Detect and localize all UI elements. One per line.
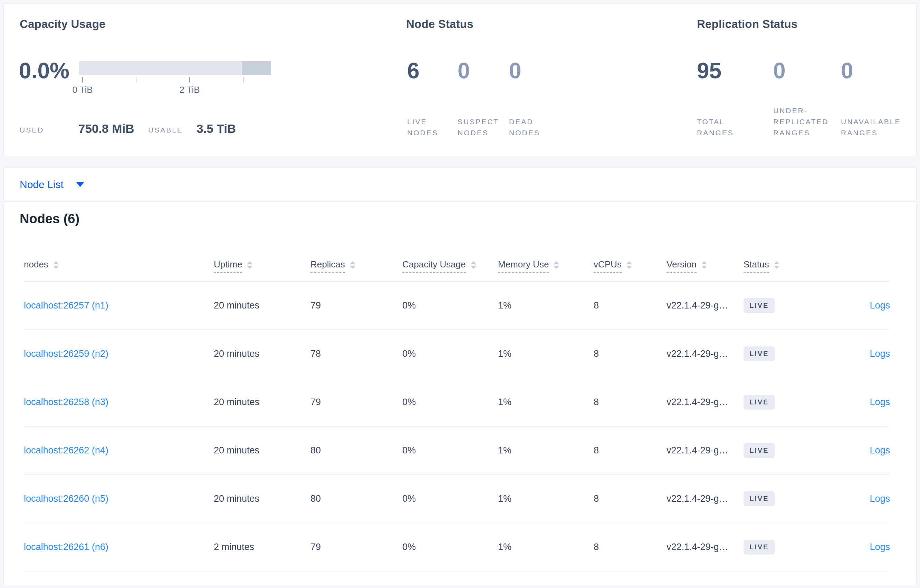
replicas-cell: 79 <box>311 300 402 311</box>
axis-tick-label: 2 TiB <box>169 84 210 95</box>
capacity-used-percent: 0.0% <box>19 60 70 82</box>
logs-link[interactable]: Logs <box>870 493 890 504</box>
status-badge: LIVE <box>743 346 774 361</box>
node-link[interactable]: localhost:26258 (n3) <box>24 397 109 407</box>
column-header-vcpus[interactable]: vCPUs <box>594 259 667 281</box>
column-header-version[interactable]: Version <box>667 259 743 281</box>
memory-cell: 1% <box>498 542 594 552</box>
node-link[interactable]: localhost:26262 (n4) <box>24 445 109 456</box>
status-badge: LIVE <box>743 443 774 458</box>
capacity-cell: 0% <box>402 493 498 504</box>
version-cell: v22.1.4-29-g… <box>667 300 743 311</box>
total-ranges-count: 95 <box>697 60 721 82</box>
node-link[interactable]: localhost:26261 (n6) <box>24 542 109 552</box>
sort-icon <box>627 261 632 269</box>
column-header-uptime[interactable]: Uptime <box>214 259 311 281</box>
capacity-cell: 0% <box>402 349 498 359</box>
table-row: localhost:26257 (n1) 20 minutes 79 0% 1%… <box>24 281 889 330</box>
column-header-memory-use[interactable]: Memory Use <box>498 259 594 281</box>
memory-cell: 1% <box>498 349 594 359</box>
logs-link[interactable]: Logs <box>870 542 890 552</box>
sort-icon <box>247 261 253 269</box>
unavailable-ranges-label: UNAVAILABLE RANGES <box>841 116 910 138</box>
dead-nodes-label: DEAD NODES <box>509 116 561 138</box>
dead-nodes-count: 0 <box>509 60 522 82</box>
cluster-summary-panel: Capacity Usage 0.0% 0 TiB 2 TiB USED 750… <box>3 3 917 157</box>
table-row: localhost:26260 (n5) 20 minutes 80 0% 1%… <box>24 475 889 523</box>
memory-cell: 1% <box>498 300 594 311</box>
logs-link[interactable]: Logs <box>870 349 890 359</box>
memory-cell: 1% <box>498 493 594 504</box>
status-badge: LIVE <box>743 298 774 313</box>
replicas-cell: 79 <box>311 397 402 407</box>
version-cell: v22.1.4-29-g… <box>667 445 743 456</box>
version-cell: v22.1.4-29-g… <box>667 397 743 407</box>
capacity-cell: 0% <box>402 445 498 456</box>
suspect-nodes-label: SUSPECT NODES <box>458 116 509 138</box>
column-header-nodes[interactable]: nodes <box>24 259 214 281</box>
capacity-bar-reserved-segment <box>242 61 271 75</box>
table-row: localhost:26258 (n3) 20 minutes 79 0% 1%… <box>24 378 889 426</box>
memory-cell: 1% <box>498 397 594 407</box>
uptime-cell: 20 minutes <box>214 300 311 311</box>
nodes-table: nodes Uptime Replicas Capacity Usage Mem… <box>24 259 889 572</box>
total-ranges-label: TOTAL RANGES <box>697 116 742 138</box>
sort-icon <box>554 261 559 269</box>
node-status-title: Node Status <box>406 18 473 31</box>
column-header-replicas[interactable]: Replicas <box>311 259 402 281</box>
live-nodes-label: LIVE NODES <box>407 116 459 138</box>
used-value: 750.8 MiB <box>78 122 134 136</box>
capacity-usage-bar <box>79 61 271 75</box>
node-list-dropdown[interactable]: Node List <box>20 168 84 201</box>
node-link[interactable]: localhost:26259 (n2) <box>24 349 109 359</box>
replicas-cell: 80 <box>311 445 402 456</box>
uptime-cell: 20 minutes <box>214 493 311 504</box>
memory-cell: 1% <box>498 445 594 456</box>
table-row: localhost:26262 (n4) 20 minutes 80 0% 1%… <box>24 426 889 475</box>
logs-link[interactable]: Logs <box>870 445 890 456</box>
under-replicated-ranges-label: UNDER-REPLICATED RANGES <box>773 105 835 138</box>
node-link[interactable]: localhost:26257 (n1) <box>24 300 109 310</box>
vcpus-cell: 8 <box>594 397 667 407</box>
uptime-cell: 20 minutes <box>214 397 311 407</box>
node-list-dropdown-label: Node List <box>20 179 63 191</box>
axis-tick <box>189 77 190 82</box>
suspect-nodes-count: 0 <box>458 60 470 82</box>
sort-icon <box>53 261 59 269</box>
nodes-heading: Nodes (6) <box>20 212 79 226</box>
axis-tick-label: 0 TiB <box>62 84 103 95</box>
capacity-cell: 0% <box>402 542 498 552</box>
logs-link[interactable]: Logs <box>870 300 890 310</box>
table-header-row: nodes Uptime Replicas Capacity Usage Mem… <box>24 259 889 281</box>
under-replicated-ranges-count: 0 <box>773 60 786 82</box>
node-list-selector-bar: Node List <box>3 168 917 201</box>
caret-down-icon <box>76 182 84 187</box>
sort-icon <box>350 261 355 269</box>
table-row: localhost:26261 (n6) 2 minutes 79 0% 1% … <box>24 523 889 572</box>
sort-icon <box>701 261 707 269</box>
vcpus-cell: 8 <box>594 542 667 552</box>
vcpus-cell: 8 <box>594 349 667 359</box>
axis-tick <box>82 77 83 82</box>
axis-tick <box>136 77 136 82</box>
column-header-logs <box>826 259 890 281</box>
replicas-cell: 78 <box>311 349 402 359</box>
capacity-cell: 0% <box>402 397 498 407</box>
version-cell: v22.1.4-29-g… <box>667 493 743 504</box>
table-row: localhost:26259 (n2) 20 minutes 78 0% 1%… <box>24 330 889 378</box>
vcpus-cell: 8 <box>594 445 667 456</box>
replicas-cell: 80 <box>311 493 402 504</box>
uptime-cell: 2 minutes <box>214 542 311 552</box>
vcpus-cell: 8 <box>594 300 667 311</box>
version-cell: v22.1.4-29-g… <box>667 542 743 552</box>
node-link[interactable]: localhost:26260 (n5) <box>24 493 109 504</box>
unavailable-ranges-count: 0 <box>841 60 854 82</box>
used-label: USED <box>20 126 44 134</box>
logs-link[interactable]: Logs <box>870 397 890 407</box>
capacity-cell: 0% <box>402 300 498 311</box>
column-header-status[interactable]: Status <box>743 259 826 281</box>
uptime-cell: 20 minutes <box>214 349 311 359</box>
status-badge: LIVE <box>743 540 774 554</box>
cluster-overview-page: { "summary": { "capacity": { "title": "C… <box>0 0 920 588</box>
column-header-capacity-usage[interactable]: Capacity Usage <box>402 259 498 281</box>
